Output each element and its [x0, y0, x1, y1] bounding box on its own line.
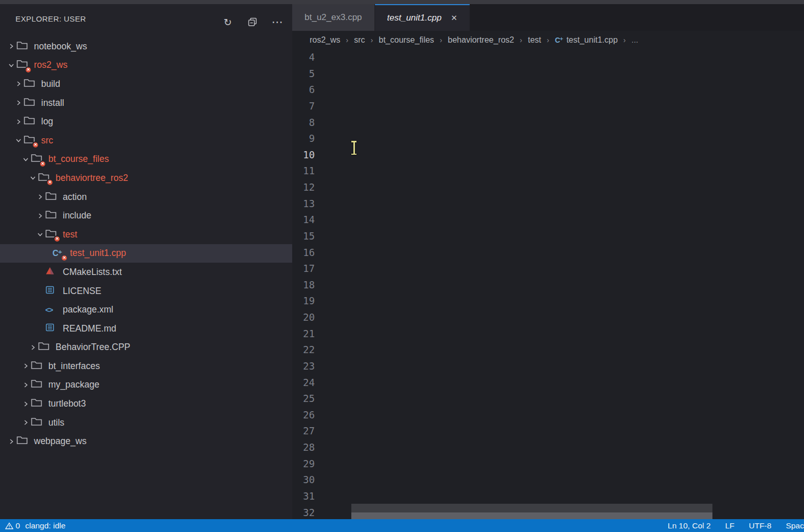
- tree-item-bt_course_files[interactable]: ✕bt_course_files: [0, 150, 292, 169]
- tree-item-iconwrap: <>: [45, 304, 59, 316]
- tree-item-test[interactable]: ✕test: [0, 225, 292, 244]
- tree-item-ros2_ws[interactable]: ✕ros2_ws: [0, 56, 292, 75]
- breadcrumb-item-test_unit1.cpp[interactable]: test_unit1.cpp: [566, 35, 618, 45]
- chevron-right-icon: ›: [371, 36, 373, 44]
- status-encoding[interactable]: UTF-8: [749, 521, 772, 530]
- problems-indicator[interactable]: 0: [5, 521, 20, 530]
- tree-item-label: src: [41, 135, 57, 146]
- code-line-31: 31: [292, 488, 804, 505]
- tree-item-iconwrap: [24, 97, 38, 109]
- chevron-right-icon[interactable]: [6, 43, 16, 50]
- tree-item-label: include: [63, 210, 95, 221]
- tree-item-label: build: [41, 79, 64, 89]
- tree-item-install[interactable]: install: [0, 94, 292, 113]
- tree-item-utils[interactable]: utils: [0, 413, 292, 432]
- tree-item-iconwrap: [45, 210, 59, 222]
- chevron-down-icon[interactable]: [6, 62, 16, 69]
- chevron-right-icon[interactable]: [35, 212, 45, 219]
- tree-item-LICENSE[interactable]: LICENSE: [0, 282, 292, 301]
- folder-icon: [31, 379, 42, 391]
- code-line-30: 30: [292, 472, 804, 488]
- status-left: 0 clangd: idle: [0, 521, 65, 530]
- tree-item-CMakeLists.txt[interactable]: CMakeLists.txt: [0, 263, 292, 282]
- chevron-right-icon[interactable]: [21, 362, 31, 370]
- tree-item-behaviortree_ros2[interactable]: ✕behaviortree_ros2: [0, 169, 292, 188]
- breadcrumb-item-behaviortree_ros2[interactable]: behaviortree_ros2: [448, 35, 514, 45]
- breadcrumb-item-ros2_ws[interactable]: ros2_ws: [310, 35, 341, 45]
- cpp-file-icon: C⁺: [555, 36, 563, 44]
- folder-icon: [16, 435, 28, 447]
- tree-item-notebook_ws[interactable]: notebook_ws: [0, 37, 292, 56]
- refresh-icon[interactable]: ↻: [221, 15, 235, 29]
- book-icon: [45, 286, 55, 297]
- tree-item-BehaviorTree.CPP[interactable]: BehaviorTree.CPP: [0, 338, 292, 357]
- tree-item-iconwrap: [24, 78, 38, 90]
- horizontal-scrollbar[interactable]: [351, 512, 712, 519]
- line-number: 28: [292, 439, 315, 456]
- tree-item-src[interactable]: ✕src: [0, 131, 292, 150]
- explorer-title: EXPLORER: USER: [15, 14, 86, 23]
- tree-item-log[interactable]: log: [0, 112, 292, 131]
- code-line-13: 13: [292, 196, 804, 212]
- tree-item-bt_interfaces[interactable]: bt_interfaces: [0, 357, 292, 376]
- text-ibeam-cursor: [351, 141, 357, 155]
- chevron-down-icon[interactable]: [28, 174, 38, 181]
- chevron-right-icon[interactable]: [6, 438, 16, 445]
- tree-item-label: bt_course_files: [48, 154, 113, 164]
- chevron-right-icon[interactable]: [35, 193, 45, 200]
- tree-item-label: README.md: [63, 323, 120, 334]
- chevron-right-icon: ›: [520, 36, 523, 44]
- breadcrumb-item-bt_course_files[interactable]: bt_course_files: [379, 35, 434, 45]
- chevron-right-icon[interactable]: [13, 80, 24, 87]
- tree-item-my_package[interactable]: my_package: [0, 376, 292, 395]
- more-actions-icon[interactable]: ⋯: [271, 15, 284, 29]
- chevron-right-icon[interactable]: [13, 118, 24, 125]
- chevron-right-icon[interactable]: [21, 381, 31, 389]
- tab-test_unit1.cpp[interactable]: test_unit1.cpp✕: [375, 4, 470, 31]
- status-right: Ln 10, Col 2LFUTF-8Spac: [668, 521, 804, 530]
- line-number: 13: [292, 196, 315, 212]
- line-number: 17: [292, 261, 315, 277]
- code-line-5: 5: [292, 66, 804, 82]
- line-number: 18: [292, 277, 315, 293]
- line-number: 26: [292, 407, 315, 424]
- breadcrumb-more[interactable]: ...: [631, 35, 638, 45]
- tree-item-include[interactable]: include: [0, 206, 292, 225]
- line-number: 16: [292, 245, 315, 261]
- chevron-down-icon[interactable]: [13, 137, 24, 144]
- status-eol-sequence[interactable]: LF: [725, 521, 735, 530]
- status-cursor-position[interactable]: Ln 10, Col 2: [668, 521, 711, 530]
- language-server-status[interactable]: clangd: idle: [25, 521, 65, 530]
- chevron-right-icon[interactable]: [13, 99, 24, 106]
- tree-item-README.md[interactable]: README.md: [0, 319, 292, 338]
- tree-item-label: LICENSE: [63, 286, 105, 297]
- tree-item-webpage_ws[interactable]: webpage_ws: [0, 432, 292, 451]
- collapse-folders-icon[interactable]: [246, 15, 259, 29]
- tab-bt_u2_ex3.cpp[interactable]: bt_u2_ex3.cpp: [292, 4, 374, 31]
- tree-item-package.xml[interactable]: <>package.xml: [0, 300, 292, 319]
- status-indentation[interactable]: Spac: [786, 521, 804, 530]
- tree-item-build[interactable]: build: [0, 75, 292, 94]
- chevron-down-icon[interactable]: [21, 156, 31, 163]
- error-badge: ✕: [61, 254, 68, 262]
- tree-item-action[interactable]: action: [0, 188, 292, 207]
- line-number: 8: [292, 115, 315, 131]
- breadcrumb-item-test[interactable]: test: [528, 35, 541, 45]
- line-number: 20: [292, 309, 315, 326]
- line-number: 10: [292, 147, 315, 163]
- tree-item-test_unit1.cpp[interactable]: C⁺✕test_unit1.cpp: [0, 244, 292, 263]
- tree-item-turtlebot3[interactable]: turtlebot3: [0, 394, 292, 413]
- breadcrumb-item-src[interactable]: src: [354, 35, 365, 45]
- chevron-right-icon[interactable]: [28, 344, 38, 351]
- explorer-header: EXPLORER: USER ↻⋯: [0, 4, 292, 33]
- code-line-16: 16: [292, 245, 804, 261]
- close-icon[interactable]: ✕: [451, 13, 457, 23]
- chevron-right-icon[interactable]: [21, 419, 31, 426]
- chevron-down-icon[interactable]: [35, 231, 45, 238]
- line-number: 11: [292, 163, 315, 179]
- code-editor[interactable]: 4567891011121314151617181920212223242526…: [292, 49, 804, 519]
- chevron-right-icon[interactable]: [21, 400, 31, 408]
- tree-item-iconwrap: [16, 40, 30, 52]
- error-badge: ✕: [25, 66, 32, 74]
- tree-item-label: CMakeLists.txt: [63, 267, 126, 278]
